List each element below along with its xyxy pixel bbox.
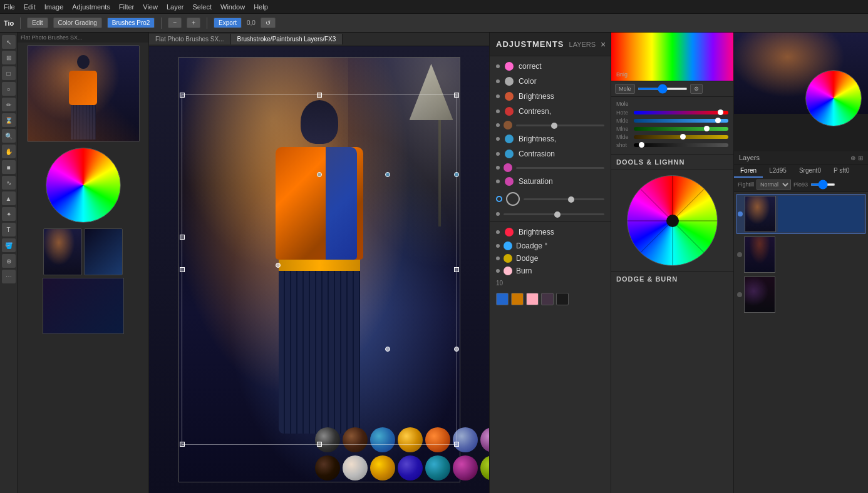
tool-rect[interactable]: □ [2, 66, 16, 80]
toolbar-edit-btn[interactable]: Edit [27, 18, 48, 28]
adj-slider-thumb-4[interactable] [554, 211, 561, 218]
layer-visibility-3[interactable] [737, 292, 742, 297]
menu-item-file[interactable]: File [4, 3, 15, 11]
menu-item-adjustments[interactable]: Adjustments [72, 3, 110, 11]
swatch-2[interactable] [511, 293, 524, 305]
tool-brush[interactable]: ✏ [2, 98, 16, 111]
small-thumb-3[interactable] [43, 278, 124, 334]
tool-shape[interactable]: ▲ [2, 191, 16, 205]
rc-color-wheel[interactable] [805, 70, 862, 126]
adj-item-correct[interactable]: correct [490, 59, 611, 74]
canvas-tab-1[interactable]: Flat Photo Brushes SX... [149, 34, 231, 44]
slider-mlde1-track[interactable] [634, 119, 728, 123]
layers-icon-1[interactable]: ⊕ [850, 155, 855, 161]
layer-visibility-1[interactable] [738, 211, 743, 216]
tool-fill[interactable]: ■ [2, 160, 16, 174]
tool-zoom[interactable]: 🔍 [2, 129, 16, 143]
sphere-7[interactable] [480, 427, 489, 452]
tool-crop[interactable]: ⊞ [2, 51, 16, 64]
toolbar-zoom-out[interactable]: − [168, 18, 182, 28]
ctrl-btn-2[interactable]: ⚙ [690, 84, 703, 94]
tool-extras[interactable]: ⊕ [2, 254, 16, 268]
menu-item-window[interactable]: Window [220, 3, 245, 11]
tool-pointer[interactable]: ↖ [2, 35, 16, 49]
sphere-15[interactable] [453, 455, 478, 480]
layer-blendmode-select[interactable]: NormalMultiplyScreen [757, 180, 791, 190]
slider-mlne-track[interactable] [634, 127, 728, 131]
adj-slider-track-2[interactable] [516, 167, 604, 169]
swatch-5[interactable] [556, 293, 569, 305]
slider-shot-track[interactable] [634, 143, 728, 147]
slider-mlde2-thumb[interactable] [680, 134, 686, 140]
tool-options[interactable]: ⋯ [2, 270, 16, 283]
sphere-10[interactable] [315, 455, 340, 480]
adj-item-brightness1[interactable]: Brightness [490, 89, 611, 104]
adj-item-saturation[interactable]: Saturation [490, 174, 611, 189]
swatch-4[interactable] [541, 293, 554, 305]
tool-hand[interactable]: ✋ [2, 145, 16, 158]
adj-slider-track-1[interactable] [516, 125, 604, 126]
adj-slider-thumb-1[interactable] [551, 123, 557, 129]
toolbar-refresh-btn[interactable]: ↺ [261, 18, 276, 28]
small-thumb-2[interactable] [84, 228, 123, 275]
adj-slider-thumb-3[interactable] [568, 196, 574, 203]
slider-hote-thumb[interactable] [718, 109, 723, 115]
adj-item-contrast2[interactable]: Contrasion [490, 146, 611, 161]
layers-tab-1[interactable]: Foren [734, 165, 763, 178]
adj-slider-track-3[interactable] [524, 198, 604, 200]
slider-mlde2-track[interactable] [634, 135, 728, 139]
tool-text[interactable]: T [2, 223, 16, 236]
tool-pen[interactable]: ∿ [2, 176, 16, 190]
main-thumbnail[interactable] [27, 45, 140, 142]
canvas-tab-2[interactable]: Brushstroke/Paintbrush Layers/FX3 [231, 34, 343, 44]
sphere-14[interactable] [425, 455, 450, 480]
menu-item-layer[interactable]: Layer [167, 3, 184, 11]
slider-mlne-thumb[interactable] [704, 126, 710, 131]
layers-tab-4[interactable]: P sft0 [827, 165, 855, 178]
toolbar-export-btn[interactable]: Export [214, 18, 242, 28]
tool-bucket[interactable]: 🪣 [2, 238, 16, 252]
ctrl-btn-1[interactable]: Mole [615, 84, 635, 94]
tool-star[interactable]: ✦ [2, 207, 16, 221]
ctrl-slider-1[interactable] [638, 88, 688, 90]
menu-item-image[interactable]: Image [44, 3, 64, 11]
menu-item-view[interactable]: View [143, 3, 158, 11]
layer-opacity-slider[interactable] [810, 183, 835, 186]
sphere-11[interactable] [343, 455, 368, 480]
tool-stamp[interactable]: ⌛ [2, 113, 16, 127]
layer-item-2[interactable] [736, 235, 866, 274]
tool-ellipse[interactable]: ○ [2, 82, 16, 96]
adj-item-brightness-bottom[interactable]: Brightness [490, 225, 611, 240]
slider-shot-thumb[interactable] [639, 142, 644, 148]
adj-item-contrast1[interactable]: Contresn, [490, 104, 611, 119]
sphere-2[interactable] [343, 427, 368, 452]
sphere-13[interactable] [398, 455, 423, 480]
sphere-4[interactable] [398, 427, 423, 452]
menu-item-help[interactable]: Help [254, 3, 268, 11]
layers-tab-3[interactable]: Srgent0 [793, 165, 827, 178]
adj-item-color[interactable]: Color [490, 74, 611, 89]
sphere-16[interactable] [480, 455, 489, 480]
small-thumb-1[interactable] [43, 228, 82, 275]
adjustment-close-btn[interactable]: × [601, 39, 606, 49]
menu-item-select[interactable]: Select [192, 3, 212, 11]
menu-item-edit[interactable]: Edit [24, 3, 36, 11]
layer-visibility-2[interactable] [737, 252, 742, 257]
toolbar-brushespro-btn[interactable]: Brushes Pro2 [107, 18, 155, 28]
toolbar-zoom-in[interactable]: + [187, 18, 200, 28]
sphere-3[interactable] [370, 427, 395, 452]
sphere-1[interactable] [315, 427, 340, 452]
sphere-12[interactable] [370, 455, 395, 480]
tools-color-wheel[interactable] [627, 175, 718, 266]
toolbar-colorgrade-btn[interactable]: Color Grading [53, 18, 102, 28]
color-wheel-thumbnail[interactable] [46, 148, 121, 223]
swatch-3[interactable] [526, 293, 539, 305]
adj-slider-track-4[interactable] [504, 213, 604, 215]
sphere-6[interactable] [453, 427, 478, 452]
canvas-main[interactable] [149, 46, 489, 493]
layer-item-3[interactable] [736, 275, 866, 314]
slider-mlde1-thumb[interactable] [715, 118, 721, 123]
swatch-1[interactable] [496, 293, 509, 305]
adj-item-brightness2[interactable]: Brightness, [490, 131, 611, 146]
slider-hote-track[interactable] [634, 111, 728, 114]
